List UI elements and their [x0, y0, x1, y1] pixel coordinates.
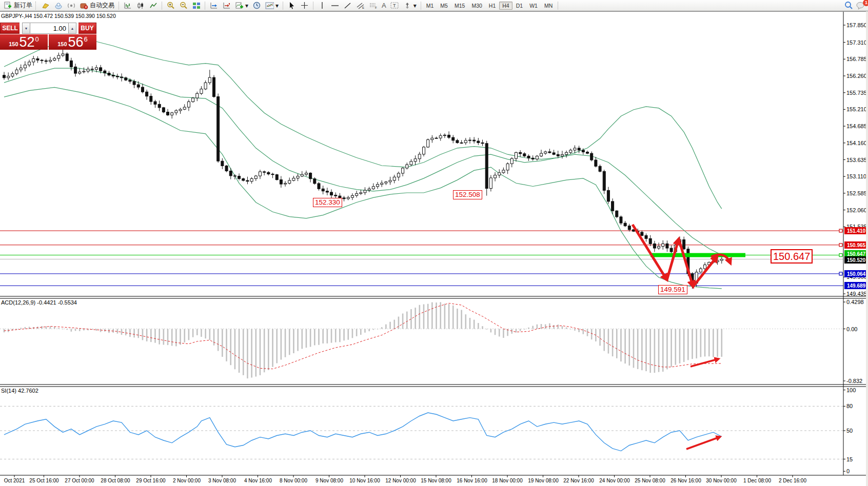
auto-scroll-button[interactable]: [207, 0, 220, 11]
time-axis-label: 22 Nov 16:00: [563, 478, 594, 483]
symbol-ohlc-info: GBPJPY-,H4 150.472 150.539 150.390 150.5…: [1, 13, 116, 19]
toolbar-separator: [313, 2, 313, 10]
price-tick: 156.260: [846, 73, 867, 79]
time-axis-label: 3 Nov 08:00: [208, 478, 236, 483]
time-axis-label: 2 Dec 16:00: [779, 478, 806, 483]
tile-windows-button[interactable]: [190, 0, 203, 11]
timeframe-button-mn[interactable]: MN: [541, 2, 556, 10]
price-level-badge: 149.689: [844, 282, 868, 289]
signals-button[interactable]: [65, 0, 77, 11]
time-axis-label: 28 Oct 08:00: [101, 478, 130, 483]
buy-button[interactable]: BUY: [78, 23, 96, 34]
shapes-dropdown[interactable]: ▾: [401, 0, 419, 11]
crosshair-tool-button[interactable]: [298, 0, 311, 11]
time-axis-label: Oct 2021: [4, 478, 25, 483]
templates-dropdown[interactable]: ▾: [263, 0, 281, 11]
toolbar-separator: [283, 2, 283, 10]
svg-text:T: T: [393, 3, 396, 8]
new-chart-dropdown[interactable]: ▾: [233, 0, 250, 11]
toolbar-separator: [119, 2, 119, 10]
candlestick-chart-button[interactable]: [134, 0, 147, 11]
price-level-badge: 150.965: [844, 241, 868, 249]
channel-icon: E: [356, 2, 365, 10]
clock-icon: [252, 2, 261, 10]
timeframe-button-m1[interactable]: M1: [423, 2, 437, 10]
time-axis-label: 8 Nov 00:00: [280, 478, 307, 483]
fibonacci-icon: F: [369, 2, 378, 10]
text-label-tool[interactable]: T: [388, 0, 401, 11]
volume-increase-button[interactable]: ▲: [68, 23, 76, 34]
cloud-person-icon: [54, 2, 63, 10]
line-chart-icon: [149, 2, 157, 10]
autotrading-label: 自动交易: [90, 1, 114, 10]
timeframe-button-h4[interactable]: H4: [499, 2, 512, 10]
zoom-out-button[interactable]: [177, 0, 190, 11]
vertical-line-tool[interactable]: [315, 0, 328, 11]
search-icon[interactable]: [844, 2, 853, 10]
volume-input[interactable]: [30, 23, 68, 34]
price-tick: 152.585: [846, 190, 867, 196]
line-chart-button[interactable]: [147, 0, 160, 11]
timeframe-button-h1[interactable]: H1: [486, 2, 499, 10]
price-tick: 154.685: [846, 123, 867, 129]
price-annotation[interactable]: 150.647: [771, 249, 813, 264]
zoom-in-icon: [166, 2, 175, 10]
timeframe-toolbar: M1M5M15M30H1H4D1W1MN: [423, 2, 556, 10]
rsi-tick: 100: [846, 387, 856, 393]
timeframe-button-m5[interactable]: M5: [437, 2, 451, 10]
autotrading-button[interactable]: 自动交易: [77, 0, 116, 11]
price-annotation[interactable]: 149.591: [658, 285, 687, 294]
price-tick: 157.310: [846, 39, 867, 46]
horizontal-line-tool[interactable]: [328, 0, 341, 11]
sell-price-display[interactable]: 150 52 0: [0, 34, 48, 50]
time-axis-label: 18 Nov 00:00: [492, 478, 523, 483]
vertical-line-icon: [318, 2, 326, 10]
window-edge: [866, 11, 868, 486]
new-chart-icon: [235, 2, 244, 10]
notifications-icon[interactable]: 1: [855, 2, 866, 10]
bar-chart-button[interactable]: [121, 0, 134, 11]
sell-price-pips: 52: [19, 36, 35, 48]
price-tick: 155.735: [846, 90, 867, 96]
community-button[interactable]: [52, 0, 65, 11]
zoom-in-button[interactable]: [164, 0, 177, 11]
time-axis-label: 24 Nov 00:00: [599, 478, 630, 483]
toolbar-separator: [558, 2, 558, 10]
timeframe-button-m30[interactable]: M30: [468, 2, 485, 10]
trendline-tool[interactable]: [341, 0, 354, 11]
price-tick: 155.210: [846, 106, 867, 112]
timeframe-button-d1[interactable]: D1: [513, 2, 526, 10]
price-tick: 157.850: [846, 22, 867, 28]
price-annotation[interactable]: 152.330: [313, 198, 342, 207]
period-button[interactable]: [250, 0, 263, 11]
fibonacci-tool[interactable]: F: [367, 0, 380, 11]
chart-shift-button[interactable]: [220, 0, 233, 11]
chart-shift-icon: [222, 2, 231, 10]
dropdown-caret-icon: ▾: [245, 3, 248, 9]
price-tick: 156.785: [846, 56, 867, 62]
signal-icon: [67, 2, 75, 10]
volume-decrease-button[interactable]: ▼: [22, 23, 30, 34]
main-toolbar: 新订单 自动交易 ▾ ▾ E F A T ▾: [0, 0, 868, 11]
cursor-tool-button[interactable]: [285, 0, 298, 11]
buy-price-display[interactable]: 150 56 6: [49, 34, 96, 50]
price-tick: 149.435: [846, 291, 867, 297]
price-tick: 153.110: [846, 173, 866, 179]
macd-tick: 0.00: [846, 326, 857, 332]
timeframe-button-w1[interactable]: W1: [526, 2, 541, 10]
timeframe-button-m15[interactable]: M15: [451, 2, 468, 10]
new-order-button[interactable]: 新订单: [2, 0, 34, 11]
sell-price-whole: 150: [9, 41, 18, 47]
rsi-tick: 80: [846, 403, 853, 409]
horizontal-line-icon: [330, 2, 339, 10]
channel-tool[interactable]: E: [354, 0, 367, 11]
bar-chart-icon: [123, 2, 132, 10]
text-tool[interactable]: A: [380, 0, 388, 11]
price-annotation[interactable]: 152.508: [453, 190, 482, 199]
toolbar-grip: [35, 2, 38, 10]
sell-button[interactable]: SELL: [0, 23, 19, 34]
candlestick-icon: [136, 2, 145, 10]
arrows-shape-icon: [403, 2, 412, 10]
time-axis-label: 30 Nov 00:00: [706, 478, 737, 483]
highlighter-button[interactable]: [39, 0, 52, 11]
